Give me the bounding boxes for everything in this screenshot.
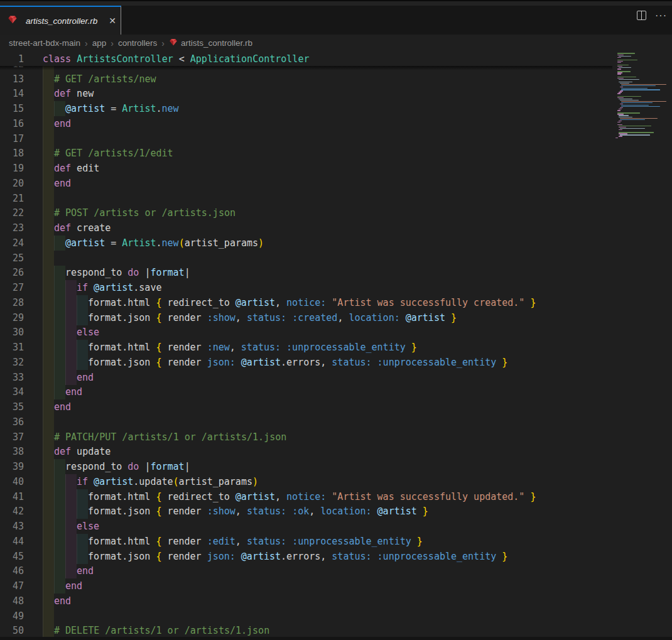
code-line[interactable]: 35end — [0, 399, 612, 415]
code-text[interactable]: end — [77, 565, 94, 577]
code-text[interactable]: else — [77, 521, 99, 532]
line-number[interactable]: 28 — [0, 297, 24, 308]
code-text[interactable]: end — [77, 372, 94, 383]
code-line[interactable]: 26respond_to do |format| — [0, 266, 612, 281]
code-text[interactable]: # PATCH/PUT /artists/1 or /artists/1.jso… — [54, 431, 286, 443]
code-line[interactable]: 38def update — [0, 445, 612, 460]
line-number[interactable]: 14 — [0, 88, 24, 99]
line-number[interactable]: 49 — [0, 610, 24, 622]
code-line[interactable]: 23def create — [0, 220, 612, 236]
breadcrumb-item-root[interactable]: street-art-bdx-main — [9, 38, 80, 48]
code-text[interactable]: end — [65, 386, 82, 398]
code-line[interactable]: 30else — [0, 325, 612, 340]
code-editor[interactable]: 1213# GET /artists/new14def new15@artist… — [0, 52, 672, 640]
code-text[interactable]: format.html { redirect_to @artist, notic… — [88, 297, 536, 308]
line-number[interactable]: 41 — [0, 491, 24, 502]
code-text[interactable]: # GET /artists/new — [54, 73, 156, 85]
line-number[interactable]: 44 — [0, 536, 24, 547]
line-number[interactable]: 30 — [0, 327, 24, 338]
code-text[interactable]: if @artist.update(artist_params) — [77, 476, 258, 487]
code-line[interactable]: 48end — [0, 594, 612, 609]
line-number[interactable]: 17 — [0, 133, 24, 144]
line-number[interactable]: 20 — [0, 178, 24, 189]
line-number[interactable]: 43 — [0, 521, 24, 532]
line-number[interactable]: 18 — [0, 148, 24, 159]
tab-artists-controller[interactable]: artists_controller.rb ✕ — [0, 6, 121, 35]
breadcrumb-item-app[interactable]: app — [92, 38, 107, 48]
code-text[interactable]: end — [54, 118, 71, 129]
code-text[interactable]: @artist = Artist.new(artist_params) — [65, 237, 264, 249]
code-line[interactable]: 29format.json { render :show, status: :c… — [0, 310, 612, 325]
code-text[interactable]: end — [54, 595, 71, 607]
code-line[interactable]: 28format.html { redirect_to @artist, not… — [0, 295, 612, 310]
code-text[interactable]: else — [77, 327, 99, 338]
code-line[interactable]: 16end — [0, 116, 612, 131]
line-number[interactable]: 16 — [0, 118, 24, 129]
line-number[interactable]: 48 — [0, 595, 24, 607]
line-number[interactable]: 46 — [0, 565, 24, 577]
line-number[interactable]: 36 — [0, 416, 24, 428]
line-number[interactable]: 42 — [0, 506, 24, 517]
line-number[interactable]: 29 — [0, 312, 24, 323]
code-line[interactable]: 44format.html { render :edit, status: :u… — [0, 534, 612, 549]
split-editor-icon[interactable] — [637, 11, 646, 20]
line-number[interactable]: 37 — [0, 431, 24, 443]
line-number[interactable]: 50 — [0, 625, 24, 636]
code-text[interactable]: respond_to do |format| — [65, 267, 190, 278]
breadcrumb-item-file[interactable]: artists_controller.rb — [181, 38, 252, 48]
code-line[interactable]: 22# POST /artists or /artists.json — [0, 206, 612, 221]
code-text[interactable]: format.html { redirect_to @artist, notic… — [88, 491, 536, 502]
line-number[interactable]: 32 — [0, 357, 24, 368]
code-text[interactable]: # DELETE /artists/1 or /artists/1.json — [54, 625, 269, 636]
code-text[interactable]: format.html { render :edit, status: :unp… — [88, 536, 423, 547]
line-number[interactable]: 24 — [0, 237, 24, 249]
code-line[interactable]: 34end — [0, 385, 612, 400]
line-number[interactable]: 19 — [0, 163, 24, 174]
code-text[interactable]: format.json { render json: @artist.error… — [88, 551, 507, 562]
code-line[interactable]: 46end — [0, 564, 612, 579]
code-text[interactable]: @artist = Artist.new — [65, 103, 179, 114]
code-text[interactable]: format.json { render json: @artist.error… — [88, 357, 507, 368]
line-number[interactable]: 27 — [0, 282, 24, 293]
line-number[interactable]: 39 — [0, 461, 24, 472]
code-line[interactable]: 27if @artist.save — [0, 280, 612, 295]
code-line[interactable]: 15@artist = Artist.new — [0, 101, 612, 116]
line-number[interactable]: 22 — [0, 207, 24, 219]
code-line[interactable]: 50# DELETE /artists/1 or /artists/1.json — [0, 624, 612, 639]
code-line[interactable]: 41format.html { redirect_to @artist, not… — [0, 489, 612, 504]
code-line[interactable]: 31format.html { render :new, status: :un… — [0, 340, 612, 355]
code-text[interactable]: # POST /artists or /artists.json — [54, 207, 236, 219]
line-number[interactable]: 13 — [0, 73, 24, 85]
breadcrumb-item-controllers[interactable]: controllers — [118, 38, 157, 48]
code-line[interactable]: 49 — [0, 609, 612, 624]
code-line[interactable]: 32format.json { render json: @artist.err… — [0, 355, 612, 370]
line-number[interactable]: 33 — [0, 372, 24, 383]
sticky-scroll-line[interactable]: 1class ArtistsController < ApplicationCo… — [0, 52, 612, 66]
code-line[interactable]: 47end — [0, 578, 612, 594]
code-line[interactable]: 36 — [0, 415, 612, 430]
tab-close-icon[interactable]: ✕ — [106, 15, 119, 26]
code-text[interactable]: format.json { render :show, status: :cre… — [88, 312, 457, 323]
line-number[interactable]: 25 — [0, 252, 24, 264]
line-number[interactable]: 23 — [0, 222, 24, 234]
line-number[interactable]: 26 — [0, 267, 24, 278]
code-text[interactable]: format.json { render :show, status: :ok,… — [88, 506, 428, 517]
code-line[interactable]: 39respond_to do |format| — [0, 459, 612, 474]
line-number[interactable]: 15 — [0, 103, 24, 114]
code-line[interactable]: 20end — [0, 176, 612, 191]
code-line[interactable]: 21 — [0, 191, 612, 206]
code-line[interactable]: 33end — [0, 370, 612, 385]
code-text[interactable]: respond_to do |format| — [65, 461, 190, 472]
line-number[interactable]: 31 — [0, 342, 24, 353]
code-text[interactable]: format.html { render :new, status: :unpr… — [88, 342, 417, 353]
line-number[interactable]: 21 — [0, 193, 24, 204]
code-text[interactable]: def new — [54, 88, 94, 99]
line-number[interactable]: 34 — [0, 386, 24, 398]
code-line[interactable]: 45format.json { render json: @artist.err… — [0, 549, 612, 564]
code-text[interactable]: end — [54, 178, 71, 189]
line-number[interactable]: 45 — [0, 551, 24, 562]
line-number[interactable]: 35 — [0, 401, 24, 413]
code-text[interactable]: def update — [54, 446, 111, 457]
code-line[interactable]: 37# PATCH/PUT /artists/1 or /artists/1.j… — [0, 430, 612, 445]
code-text[interactable]: end — [65, 580, 82, 592]
